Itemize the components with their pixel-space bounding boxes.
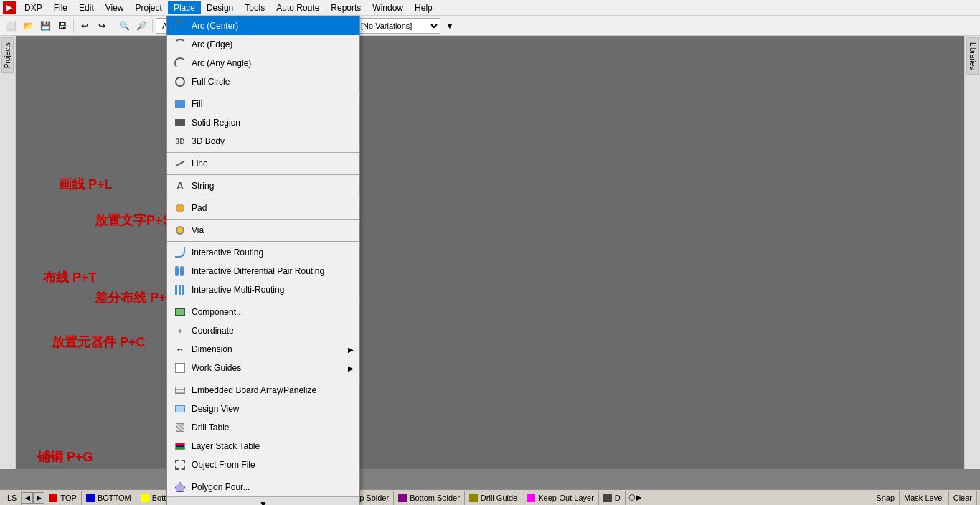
annotation-component: 放置元器件 P+C [52, 334, 146, 351]
status-drill-guide[interactable]: Drill Guide [465, 491, 522, 505]
fill-icon [173, 97, 187, 111]
menu-autoroute[interactable]: Auto Route [270, 1, 325, 14]
menu-place-arc-edge[interactable]: Arc (Edge) [167, 35, 359, 54]
toolbar-saveall[interactable]: 🖫 [55, 18, 70, 34]
menu-scroll-down[interactable]: ▼ [259, 499, 268, 505]
status-bottom[interactable]: BOTTOM [82, 491, 136, 505]
canvas-area[interactable]: 画线 P+L 放置文字P+S 放置焊盘 P+P 放置过孔 P+V 布线 P+T … [16, 36, 980, 469]
menu-place-via[interactable]: Via [167, 221, 359, 240]
menu-file[interactable]: File [48, 1, 73, 14]
bottom-overlay-color [141, 494, 149, 502]
full-circle-icon [173, 75, 187, 89]
nav-prev[interactable]: ◀ [22, 492, 33, 504]
menu-place-fill[interactable]: Fill [167, 95, 359, 113]
coordinate-icon: + [173, 324, 187, 338]
sidebar-tab-projects[interactable]: Projects [1, 37, 14, 73]
toolbar-zoom-out[interactable]: 🔎 [133, 18, 149, 34]
pad-icon [173, 201, 187, 215]
keep-out-color [527, 494, 535, 502]
menu-place-dimension[interactable]: ↔ Dimension ▶ [167, 340, 359, 359]
arc-center-icon [173, 19, 187, 33]
menu-help[interactable]: Help [409, 1, 438, 14]
menu-place-embedded-board[interactable]: Embedded Board Array/Panelize [167, 381, 359, 400]
menu-place-work-guides[interactable]: Work Guides ▶ [167, 359, 359, 377]
left-sidebar: Projects [0, 36, 16, 469]
menu-place-full-circle[interactable]: Full Circle [167, 72, 359, 91]
annotation-diff: 差分布线 P+I [95, 289, 170, 306]
menu-window[interactable]: Window [367, 1, 409, 14]
string-icon: A [173, 179, 187, 193]
status-bottom-solder[interactable]: Bottom Solder [394, 491, 465, 505]
menu-project[interactable]: Project [130, 1, 168, 14]
variations-select[interactable]: [No Variations] [354, 18, 440, 34]
3d-body-icon: 3D [173, 134, 187, 148]
multi-routing-icon [173, 283, 187, 297]
menu-tools[interactable]: Tools [239, 1, 270, 14]
menu-place-coordinate[interactable]: + Coordinate [167, 321, 359, 340]
status-keep-out[interactable]: Keep-Out Layer [522, 491, 599, 505]
menu-place-interactive-routing[interactable]: Interactive Routing [167, 243, 359, 262]
menu-place-polygon-pour[interactable]: Polygon Pour... [167, 478, 359, 496]
menu-sep6 [167, 241, 359, 242]
right-sidebar: Libraries [964, 36, 980, 469]
component-icon [173, 305, 187, 319]
toolbar-zoom-in[interactable]: 🔍 [116, 18, 132, 34]
toolbar-redo[interactable]: ↪ [94, 18, 110, 34]
status-d-layer[interactable]: D [599, 491, 626, 505]
app-logo[interactable]: ▶ [3, 1, 16, 14]
menu-place-pad[interactable]: Pad [167, 199, 359, 217]
nav-next[interactable]: ▶ [33, 492, 44, 504]
dimension-icon: ↔ [173, 342, 187, 357]
menu-place-solid-region[interactable]: Solid Region [167, 113, 359, 132]
object-file-icon [173, 458, 187, 472]
work-guides-icon [173, 361, 187, 375]
sidebar-tab-libraries[interactable]: Libraries [966, 37, 979, 75]
toolbar-undo[interactable]: ↩ [77, 18, 93, 34]
annotation-string: 放置文字P+S [95, 212, 171, 229]
status-mask-level[interactable]: Mask Level [900, 491, 949, 505]
status-ls[interactable]: LS [3, 491, 22, 505]
menu-place-interactive-diff[interactable]: Interactive Differential Pair Routing [167, 262, 359, 280]
layer-stack-icon [173, 439, 187, 453]
menu-place-line[interactable]: Line [167, 154, 359, 173]
menu-place-design-view[interactable]: Design View [167, 400, 359, 418]
menu-sep1 [167, 93, 359, 93]
menu-dxp[interactable]: DXP [19, 1, 48, 14]
routing-icon [173, 245, 187, 260]
menu-design[interactable]: Design [201, 1, 239, 14]
toolbar-open[interactable]: 📂 [20, 18, 36, 34]
toolbar-new[interactable]: ⬜ [3, 18, 19, 34]
menu-place-interactive-multi[interactable]: Interactive Multi-Routing [167, 280, 359, 299]
annotation-routing: 布线 P+T [43, 269, 97, 286]
toolbar-save[interactable]: 💾 [37, 18, 53, 34]
menu-sep3 [167, 174, 359, 175]
menu-place-string[interactable]: A String [167, 176, 359, 195]
main-area: Projects 画线 P+L 放置文字P+S 放置焊盘 P+P 放置过孔 P+… [0, 36, 980, 469]
menu-place-layer-stack[interactable]: Layer Stack Table [167, 437, 359, 456]
work-guides-arrow: ▶ [348, 364, 354, 372]
annotation-arrows [16, 36, 980, 469]
sep2 [113, 19, 113, 33]
menu-place-arc-any[interactable]: Arc (Any Angle) [167, 54, 359, 72]
menubar: ▶ DXP File Edit View Project Place Desig… [0, 0, 980, 16]
status-snap[interactable]: Snap [872, 491, 900, 505]
menu-view[interactable]: View [100, 1, 130, 14]
menu-place-component[interactable]: Component... [167, 303, 359, 321]
toolbar-vars-btn[interactable]: ▼ [442, 18, 458, 34]
menu-place-object-from-file[interactable]: Object From File [167, 456, 359, 474]
embedded-icon [173, 383, 187, 397]
design-view-icon [173, 402, 187, 416]
top-color [49, 494, 57, 502]
diff-routing-icon [173, 264, 187, 278]
annotation-polygon: 铺铜 P+G [37, 448, 93, 466]
menu-place-drill-table[interactable]: Drill Table [167, 418, 359, 437]
status-clear[interactable]: Clear [949, 491, 977, 505]
menu-place-3d-body[interactable]: 3D 3D Body [167, 132, 359, 151]
menu-reports[interactable]: Reports [325, 1, 367, 14]
menu-place-arc-center[interactable]: Arc (Center) [167, 16, 359, 35]
menu-place[interactable]: Place [168, 1, 201, 14]
menu-edit[interactable]: Edit [73, 1, 100, 14]
arc-edge-icon [173, 37, 187, 52]
status-nav: ◀ ▶ [22, 492, 44, 504]
status-top[interactable]: TOP [44, 491, 81, 505]
